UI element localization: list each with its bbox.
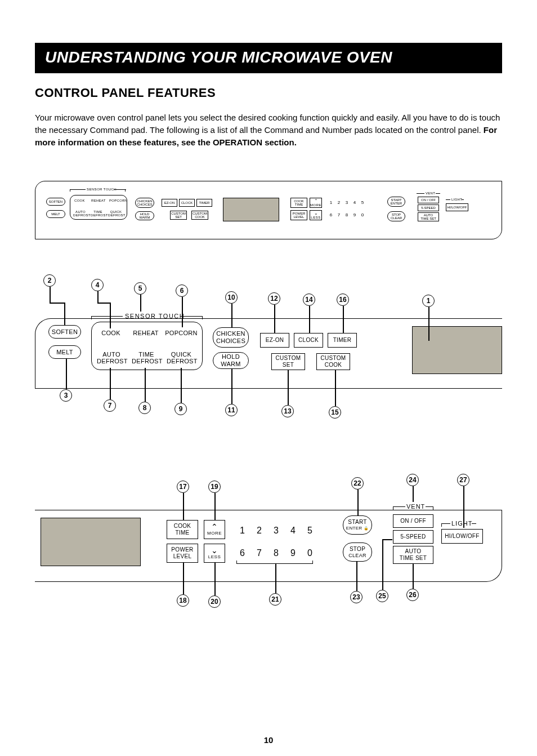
melt-button[interactable]: MELT — [48, 345, 81, 359]
key-0[interactable]: 0 — [307, 548, 312, 558]
callout-24: 24 — [406, 474, 419, 486]
callout-line — [382, 539, 392, 540]
vent-5-speed-button[interactable]: 5-SPEED — [393, 530, 433, 544]
quick-defrost-text[interactable]: QUICKDEFROST — [167, 351, 196, 364]
rule — [91, 316, 92, 319]
more-button[interactable]: ⌃MORE — [204, 520, 225, 539]
time-defrost-text[interactable]: TIMEDEFROST — [132, 351, 161, 364]
key-1[interactable]: 1 — [240, 526, 245, 536]
callout-line — [64, 303, 65, 325]
light-label: LIGHT — [451, 520, 472, 527]
key-3[interactable]: 3 — [274, 526, 279, 536]
chicken-choices-button[interactable]: CHICKENCHOICES — [213, 327, 249, 348]
key-5[interactable]: 5 — [307, 526, 312, 536]
key-6[interactable]: 6 — [328, 212, 334, 217]
soften-button[interactable]: SOFTEN — [46, 198, 65, 206]
ezon-button[interactable]: EZ-ON — [162, 199, 177, 207]
rule — [70, 189, 86, 190]
popcorn-text[interactable]: POPCORN — [164, 330, 198, 336]
vent-on-off-button[interactable]: ON / OFF — [418, 197, 439, 203]
start-enter-button[interactable]: STARTENTER — [387, 197, 405, 207]
ezon-button[interactable]: EZ-ON — [260, 333, 289, 348]
light-hi-low-off-button[interactable]: HI/LOW/OFF — [446, 203, 468, 211]
rule — [114, 189, 126, 190]
more-button[interactable]: ⌃MORE — [310, 198, 322, 208]
callout-line — [343, 306, 344, 333]
key-9[interactable]: 9 — [351, 212, 358, 217]
control-panel-detail-right: COOKTIME ⌃MORE POWERLEVEL ⌄LESS 1 2 3 4 … — [35, 476, 502, 617]
stop-clear-button[interactable]: STOPCLEAR — [387, 211, 405, 221]
key-7[interactable]: 7 — [257, 548, 262, 558]
callout-line — [110, 303, 111, 328]
control-panel-overview: SOFTEN MELT SENSOR TOUCH COOK REHEAT POP… — [35, 181, 502, 239]
callout-line — [231, 369, 232, 404]
timer-button[interactable]: TIMER — [328, 333, 357, 348]
hold-warm-button[interactable]: HOLDWARM — [135, 211, 154, 220]
key-2[interactable]: 2 — [257, 526, 262, 536]
callout-8: 8 — [138, 402, 151, 414]
cook-time-button[interactable]: COOKTIME — [290, 198, 307, 208]
start-enter-button[interactable]: STARTENTER 🔒 — [343, 515, 372, 535]
key-5[interactable]: 5 — [359, 200, 366, 205]
vent-5-speed-button[interactable]: 5-SPEED — [418, 204, 439, 211]
callout-line — [140, 295, 141, 312]
display-area — [41, 518, 141, 566]
melt-button[interactable]: MELT — [46, 210, 65, 218]
callout-line — [413, 486, 414, 502]
cook-text[interactable]: COOK — [99, 330, 123, 336]
callout-27: 27 — [457, 474, 469, 486]
section-heading: CONTROL PANEL FEATURES — [35, 86, 502, 100]
timer-button[interactable]: TIMER — [196, 199, 212, 207]
key-3[interactable]: 3 — [343, 200, 350, 205]
callout-12: 12 — [268, 292, 280, 305]
vent-auto-time-set-button[interactable]: AUTOTIME SET — [393, 546, 433, 564]
vent-label: VENT — [426, 192, 435, 195]
callout-line — [357, 490, 359, 515]
key-8[interactable]: 8 — [343, 212, 350, 217]
rule — [441, 523, 450, 524]
callout-4: 4 — [91, 279, 104, 291]
soften-button[interactable]: SOFTEN — [48, 325, 81, 339]
callout-line — [97, 303, 110, 304]
cook-time-button[interactable]: COOKTIME — [167, 520, 198, 539]
callout-line — [66, 359, 67, 389]
key-8[interactable]: 8 — [274, 548, 279, 558]
callout-16: 16 — [337, 293, 349, 306]
vent-auto-time-set-button[interactable]: AUTOTIME SET — [418, 212, 439, 221]
custom-cook-button[interactable]: CUSTOMCOOK — [191, 211, 208, 220]
less-button[interactable]: ⌄LESS — [310, 210, 322, 220]
key-7[interactable]: 7 — [335, 212, 342, 217]
rule — [70, 189, 70, 192]
clock-button[interactable]: CLOCK — [179, 199, 195, 207]
callout-line — [413, 564, 414, 589]
callout-line — [182, 297, 183, 327]
callout-26: 26 — [406, 589, 419, 601]
key-2[interactable]: 2 — [335, 200, 342, 205]
custom-cook-button[interactable]: CUSTOMCOOK — [316, 353, 350, 370]
display-area — [223, 198, 279, 221]
custom-set-button[interactable]: CUSTOMSET — [271, 353, 305, 370]
stop-clear-button[interactable]: STOPCLEAR — [343, 542, 372, 562]
key-0[interactable]: 0 — [359, 212, 366, 217]
key-1[interactable]: 1 — [328, 200, 334, 205]
custom-set-button[interactable]: CUSTOMSET — [170, 211, 187, 220]
key-4[interactable]: 4 — [290, 526, 296, 536]
light-hi-low-off-button[interactable]: HI/LOW/OFF — [441, 529, 483, 544]
reheat-text[interactable]: REHEAT — [132, 330, 160, 336]
key-9[interactable]: 9 — [290, 548, 296, 558]
callout-23: 23 — [350, 591, 363, 603]
less-button[interactable]: ⌄LESS — [204, 544, 225, 563]
auto-defrost-text[interactable]: AUTODEFROST — [97, 351, 126, 364]
hold-warm-button[interactable]: HOLDWARM — [213, 352, 249, 369]
chevron-down-icon: ⌄ — [314, 211, 318, 215]
power-level-button[interactable]: POWERLEVEL — [290, 210, 307, 220]
clock-button[interactable]: CLOCK — [294, 333, 323, 348]
key-4[interactable]: 4 — [351, 200, 358, 205]
chicken-choices-button[interactable]: CHICKENCHOICES — [135, 198, 154, 208]
callout-line — [183, 493, 184, 520]
intro-text-a: Your microwave oven control panel lets y… — [35, 113, 500, 135]
vent-on-off-button[interactable]: ON / OFF — [393, 514, 433, 528]
power-level-button[interactable]: POWERLEVEL — [167, 544, 198, 563]
rule — [433, 506, 433, 510]
key-6[interactable]: 6 — [240, 548, 245, 558]
